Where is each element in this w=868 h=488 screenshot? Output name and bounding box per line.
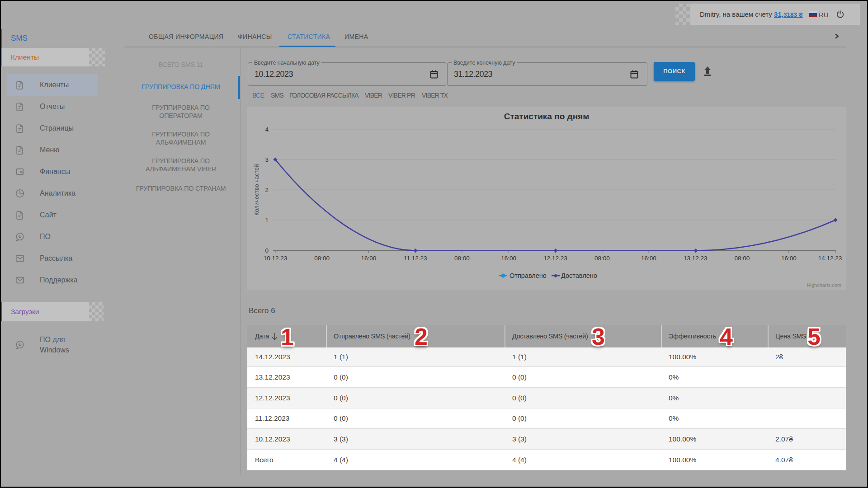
svg-text:Количество частей: Количество частей	[253, 164, 260, 216]
svg-text:1: 1	[265, 217, 269, 224]
svg-text:Доставлено: Доставлено	[561, 272, 597, 279]
svg-text:Статистика по дням: Статистика по дням	[504, 112, 590, 121]
svg-text:14.12.23: 14.12.23	[818, 255, 842, 262]
svg-text:2: 2	[265, 187, 269, 193]
svg-text:0: 0	[265, 247, 269, 254]
svg-text:10.12.23: 10.12.23	[264, 255, 288, 262]
svg-text:4: 4	[265, 126, 269, 133]
svg-text:Highcharts.com: Highcharts.com	[807, 282, 841, 288]
svg-text:Отправлено: Отправлено	[509, 272, 547, 279]
svg-text:08:00: 08:00	[735, 255, 750, 262]
svg-text:3: 3	[265, 156, 269, 163]
svg-text:16:00: 16:00	[501, 255, 516, 262]
svg-text:11.12.23: 11.12.23	[404, 255, 427, 262]
svg-text:12.12.23: 12.12.23	[543, 255, 567, 262]
svg-text:16:00: 16:00	[781, 255, 797, 262]
svg-text:08:00: 08:00	[314, 255, 330, 262]
svg-text:16:00: 16:00	[641, 255, 656, 262]
svg-text:08:00: 08:00	[594, 255, 610, 262]
svg-text:16:00: 16:00	[361, 255, 377, 262]
svg-text:08:00: 08:00	[454, 255, 470, 262]
svg-text:13.12.23: 13.12.23	[684, 255, 708, 262]
